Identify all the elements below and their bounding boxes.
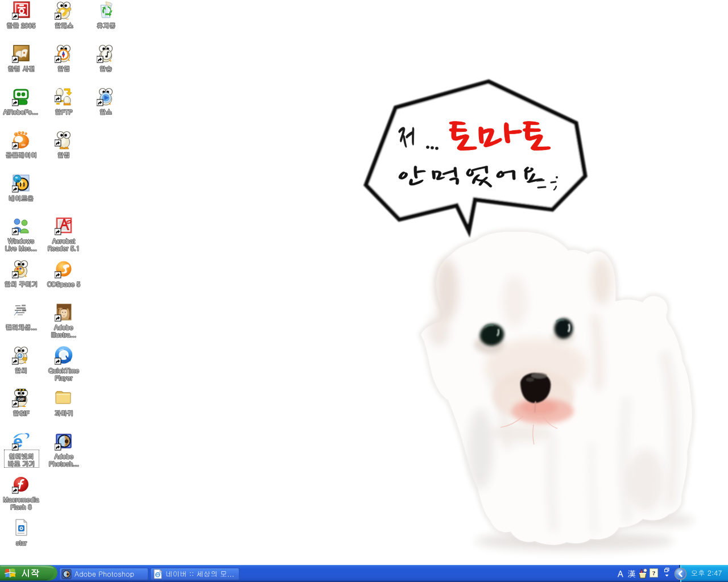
svg-text:?: ?: [652, 569, 656, 576]
svg-text:GIF: GIF: [18, 397, 25, 402]
